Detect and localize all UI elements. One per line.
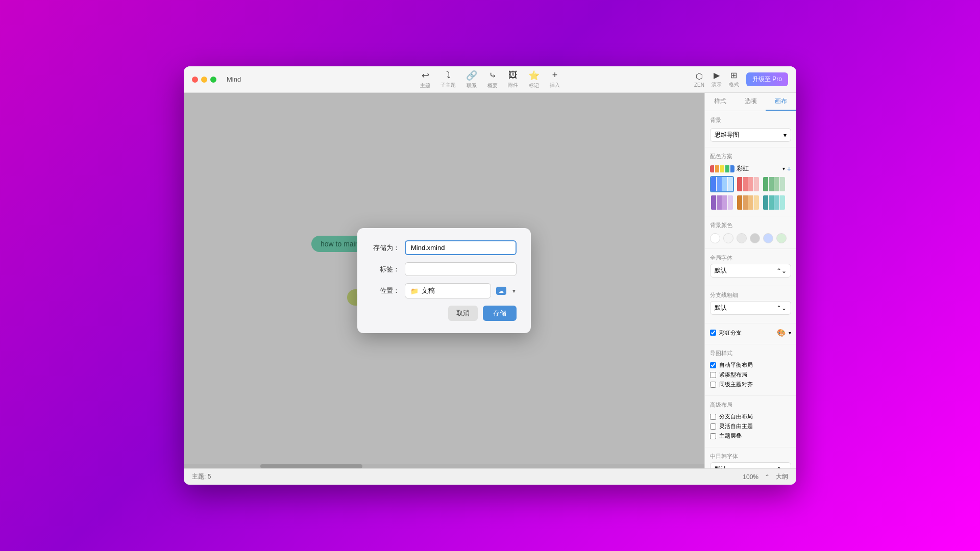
- color-scheme-name: 彩虹: [737, 164, 749, 173]
- topic-overlay-label: 主题层叠: [719, 432, 742, 440]
- compact-checkbox[interactable]: [710, 372, 716, 378]
- location-select[interactable]: 📁 文稿: [405, 283, 491, 298]
- upgrade-button[interactable]: 升级至 Pro: [746, 72, 788, 86]
- toolbar-connect[interactable]: 🔗 联系: [466, 70, 477, 89]
- add-color-scheme-button[interactable]: +: [787, 165, 791, 173]
- toolbar-zen[interactable]: ⬡ ZEN: [694, 71, 704, 88]
- toolbar-mark[interactable]: ⭐ 标记: [528, 70, 540, 89]
- toolbar-subtopic[interactable]: ⤵ 子主题: [440, 70, 456, 89]
- attachment-icon: 🖼: [508, 70, 518, 81]
- swatch-2-1: [737, 177, 742, 191]
- flexible-topic-checkbox[interactable]: [710, 423, 716, 430]
- close-button[interactable]: [192, 77, 198, 83]
- toolbar-insert[interactable]: + 插入: [550, 70, 560, 89]
- cancel-button[interactable]: 取消: [448, 306, 478, 321]
- swatch-5-1: [737, 195, 742, 210]
- save-button[interactable]: 存储: [483, 306, 517, 321]
- rainbow-branch-arrow[interactable]: ▾: [789, 330, 791, 336]
- swatch-3-1: [763, 177, 768, 191]
- summary-label: 概要: [487, 82, 498, 89]
- bg-color-blue[interactable]: [763, 233, 773, 243]
- swatch-group-1[interactable]: [710, 176, 734, 192]
- traffic-lights: [192, 77, 216, 83]
- tab-selection[interactable]: 选项: [736, 93, 766, 111]
- save-as-input[interactable]: [405, 240, 517, 255]
- rainbow-s1: [710, 165, 714, 172]
- tab-canvas-label: 画布: [775, 97, 787, 105]
- canvas-area[interactable]: how to maintain it ways how to do it 存储为…: [184, 93, 704, 468]
- branch-label: 分支线粗细: [710, 291, 791, 299]
- toolbar-present[interactable]: ▶ 演示: [712, 70, 722, 88]
- branch-value: 默认: [715, 304, 727, 312]
- swatch-group-6[interactable]: [762, 194, 786, 211]
- swatch-group-3[interactable]: [762, 176, 786, 192]
- font-label: 全局字体: [710, 254, 791, 262]
- font-value: 默认: [715, 266, 727, 275]
- swatch-2-4: [754, 177, 759, 191]
- swatch-group-5[interactable]: [736, 194, 760, 211]
- swatch-group-2[interactable]: [736, 176, 760, 192]
- swatch-4-3: [722, 195, 727, 210]
- icloud-icon[interactable]: ☁: [496, 287, 506, 295]
- minimize-button[interactable]: [201, 77, 207, 83]
- view-mode[interactable]: 大纲: [776, 472, 788, 481]
- advanced-layout-title: 高级布局: [710, 401, 791, 409]
- background-section-title: 背景: [710, 116, 791, 124]
- color-scheme-arrow[interactable]: ▾: [782, 166, 785, 171]
- toolbar-summary[interactable]: ⤷ 概要: [487, 70, 498, 89]
- font-dropdown[interactable]: 默认 ⌃⌄: [710, 264, 791, 278]
- swatch-1-3: [722, 177, 727, 191]
- topic-overlay-checkbox[interactable]: [710, 433, 716, 439]
- background-dropdown-arrow: ▾: [783, 132, 787, 139]
- color-scheme-title: 配色方案: [710, 153, 791, 160]
- status-bar-right: 100% ⌃ 大纲: [743, 472, 788, 481]
- tab-canvas[interactable]: 画布: [766, 93, 796, 111]
- maximize-button[interactable]: [210, 77, 216, 83]
- swatch-6-3: [774, 195, 779, 210]
- toolbar-format[interactable]: ⊞ 格式: [729, 70, 739, 88]
- bg-color-green[interactable]: [776, 233, 787, 243]
- toolbar-topic[interactable]: ↩ 主题: [420, 70, 430, 89]
- swatch-6-1: [763, 195, 768, 210]
- right-panel: 样式 选项 画布 背景 思维导图 ▾ 配色方案: [704, 93, 796, 468]
- location-dropdown-arrow[interactable]: ▼: [511, 288, 517, 294]
- background-type-select[interactable]: 思维导图 ▾: [710, 128, 791, 142]
- location-value: 文稿: [422, 286, 435, 295]
- zoom-up-icon[interactable]: ⌃: [765, 473, 770, 481]
- format-label: 格式: [729, 81, 739, 88]
- connect-label: 联系: [467, 82, 477, 89]
- bg-color-darkgray[interactable]: [750, 233, 760, 243]
- advanced-layout-section: 高级布局 分支自由布局 灵活自由主题 主题层叠: [705, 396, 796, 447]
- peer-align-checkbox[interactable]: [710, 382, 716, 388]
- swatch-group-4[interactable]: [710, 194, 734, 211]
- swatch-2-2: [743, 177, 748, 191]
- topic-label: 主题: [420, 82, 430, 89]
- swatch-3-4: [780, 177, 785, 191]
- save-dialog-overlay: 存储为： 标签： 位置： 📁 文稿 ☁ ▼: [184, 93, 704, 468]
- rainbow-branch-color-icon[interactable]: 🎨: [777, 329, 786, 337]
- save-as-label: 存储为：: [372, 243, 400, 253]
- toolbar-attachment[interactable]: 🖼 附件: [508, 70, 518, 89]
- insert-icon: +: [552, 70, 558, 81]
- bg-color-white[interactable]: [710, 233, 720, 243]
- bg-color-light[interactable]: [723, 233, 733, 243]
- free-branch-checkbox[interactable]: [710, 414, 716, 420]
- tab-selection-label: 选项: [745, 97, 757, 105]
- bg-color-title: 背景颜色: [710, 221, 791, 229]
- branch-dropdown-arrow: ⌃⌄: [776, 305, 787, 312]
- branch-dropdown[interactable]: 默认 ⌃⌄: [710, 301, 791, 315]
- mid-font-dropdown[interactable]: 默认 ⌃⌄: [710, 462, 791, 468]
- map-style-title: 导图样式: [710, 349, 791, 357]
- background-type-value: 思维导图: [715, 131, 739, 139]
- tab-style[interactable]: 样式: [705, 93, 736, 111]
- tags-input[interactable]: [405, 262, 517, 276]
- bg-color-section: 背景颜色: [705, 216, 796, 249]
- auto-balance-checkbox[interactable]: [710, 362, 716, 368]
- format-icon: ⊞: [730, 70, 737, 80]
- rainbow-branch-checkbox[interactable]: [710, 330, 716, 336]
- map-style-section: 导图样式 自动平衡布局 紧凑型布局 同级主题对齐: [705, 344, 796, 396]
- subtopic-icon: ⤵: [446, 70, 451, 81]
- bg-color-gray[interactable]: [737, 233, 747, 243]
- app-window: Mind ↩ 主题 ⤵ 子主题 🔗 联系 ⤷ 概要 🖼 附件: [184, 66, 796, 485]
- swatch-5-4: [754, 195, 759, 210]
